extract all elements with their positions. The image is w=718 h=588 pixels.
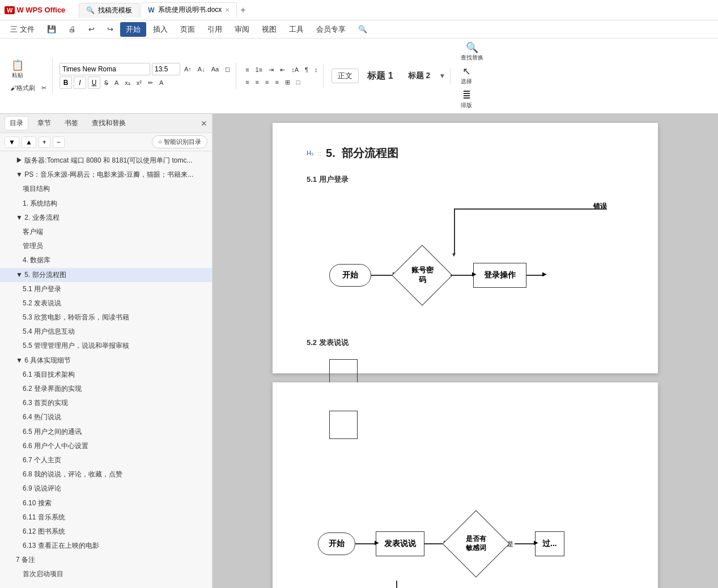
toc-item-11[interactable]: 5.3 欣赏电影，聆听音乐，阅读书籍 (0, 310, 212, 325)
font-size-increase-btn[interactable]: A↑ (182, 63, 194, 75)
toc-item-17[interactable]: 6.3 首页的实现 (0, 396, 212, 410)
toc-item-10[interactable]: 5.2 发表说说 (0, 296, 212, 310)
font-size-decrease-btn[interactable]: A↓ (196, 63, 207, 75)
toc-item-21[interactable]: 6.7 个人主页 (0, 453, 212, 467)
menu-file[interactable]: 三 文件 (5, 22, 40, 37)
underline-btn[interactable]: U (88, 76, 100, 89)
toc-item-15[interactable]: 6.1 项目技术架构 (0, 368, 212, 382)
menu-page[interactable]: 页面 (175, 22, 201, 37)
sort-btn[interactable]: ↕A (289, 64, 301, 75)
style-h1-btn[interactable]: 标题 1 (361, 68, 399, 84)
menu-bar: 三 文件 💾 🖨 ↩ ↪ 开始 插入 页面 引用 审阅 视图 工具 会员专享 🔍 (0, 20, 718, 39)
clear-format-btn[interactable]: Aa (209, 63, 221, 75)
highlight-btn[interactable]: ✏ (146, 77, 155, 88)
toc-item-25[interactable]: 6.11 音乐系统 (0, 510, 212, 525)
indent-decrease-btn[interactable]: ⇤ (278, 64, 287, 75)
tab-find-template[interactable]: 🔍 找稿壳模板 (79, 3, 139, 18)
toc-item-2[interactable]: 项目结构 (0, 182, 212, 196)
layout-btn[interactable]: ≣ 排版 (457, 88, 475, 111)
toc-item-13[interactable]: 5.5 管理管理用户，说说和举报审核 (0, 339, 212, 353)
format-brush-btn[interactable]: 🖌 格式刷 (8, 82, 37, 93)
menu-print-icon[interactable]: 🖨 (63, 23, 82, 36)
char-shading-btn[interactable]: A (157, 77, 165, 88)
find-replace-btn[interactable]: 🔍 查找替换 (457, 41, 487, 63)
menu-start[interactable]: 开始 (120, 22, 146, 37)
menu-vip[interactable]: 会员专享 (311, 22, 351, 37)
toc-item-23[interactable]: 6.9 说说评论 (0, 482, 212, 496)
toc-item-7[interactable]: 4. 数据库 (0, 253, 212, 267)
select-label: 选择 (461, 78, 472, 86)
sidebar-tab-chapter[interactable]: 章节 (33, 117, 56, 130)
toc-item-26[interactable]: 6.12 图书系统 (0, 525, 212, 539)
toc-item-8[interactable]: ▼ 5. 部分流程图 (0, 268, 212, 282)
toc-collapse-btn[interactable]: ▼ (5, 137, 19, 148)
border-btn[interactable]: □ (294, 76, 303, 88)
bold-btn[interactable]: B (60, 76, 72, 89)
strikethrough-btn[interactable]: S̶ (102, 77, 111, 88)
font-color-btn[interactable]: A (112, 77, 121, 88)
toc-item-19[interactable]: 6.5 用户之间的通讯 (0, 425, 212, 439)
line-spacing-btn[interactable]: ↕ (312, 64, 320, 75)
toc-item-29[interactable]: 首次启动项目 (0, 567, 212, 581)
justify-btn[interactable]: ≡ (273, 76, 281, 88)
toc-item-4[interactable]: ▼ 2. 业务流程 (0, 211, 212, 225)
toc-item-28[interactable]: 7 备注 (0, 553, 212, 567)
toc-item-16[interactable]: 6.2 登录界面的实现 (0, 382, 212, 396)
menu-review[interactable]: 审阅 (229, 22, 255, 37)
toc-item-0[interactable]: ▶ 版务器:Tomcat 端口 8080 和 8181(可以使用单门 tomc.… (0, 154, 212, 168)
style-h2-btn[interactable]: 标题 2 (402, 69, 437, 83)
toc-item-24[interactable]: 6.10 搜索 (0, 496, 212, 510)
menu-reference[interactable]: 引用 (202, 22, 228, 37)
toc-item-1[interactable]: ▼ PS：音乐来源-网易云；电影来源-豆瓣，猫眼；书籍来... (0, 168, 212, 182)
select-btn[interactable]: ↖ 选择 (457, 65, 475, 87)
toc-item-12[interactable]: 5.4 用户信息互动 (0, 325, 212, 339)
menu-redo-icon[interactable]: ↪ (101, 23, 119, 36)
font-size-input[interactable] (152, 63, 180, 75)
toc-remove-btn[interactable]: − (53, 137, 65, 148)
toc-item-27[interactable]: 6.13 查看正在上映的电影 (0, 539, 212, 553)
toc-item-20[interactable]: 6.6 用户个人中心设置 (0, 439, 212, 453)
toc-item-22[interactable]: 6.8 我的说说，评论，收藏，点赞 (0, 467, 212, 482)
style-dropdown-btn[interactable]: ▼ (439, 72, 445, 80)
toc-expand-btn[interactable]: ▲ (22, 137, 36, 148)
toc-text-20: 6.6 用户个人中心设置 (23, 442, 88, 450)
style-panel: 正文 标题 1 标题 2 ▼ (327, 68, 451, 84)
ordered-list-btn[interactable]: 1≡ (253, 64, 265, 75)
erase-btn[interactable]: ◻ (223, 63, 232, 75)
align-center-btn[interactable]: ≡ (253, 76, 261, 88)
show-hide-btn[interactable]: ¶ (303, 64, 311, 75)
sidebar-tab-bookmark[interactable]: 书签 (60, 117, 83, 130)
menu-insert[interactable]: 插入 (147, 22, 173, 37)
menu-undo-icon[interactable]: ↩ (83, 23, 100, 36)
style-normal-btn[interactable]: 正文 (332, 69, 359, 83)
toc-item-6[interactable]: 管理员 (0, 239, 212, 253)
subscript-btn[interactable]: x₂ (122, 77, 133, 88)
toc-item-9[interactable]: 5.1 用户登录 (0, 282, 212, 296)
sidebar-tab-toc[interactable]: 目录 (5, 116, 28, 130)
toc-item-18[interactable]: 6.4 热门说说 (0, 410, 212, 424)
smart-toc-btn[interactable]: ○ 智能识别目录 (152, 135, 207, 148)
indent-increase-btn[interactable]: ⇥ (266, 64, 276, 75)
menu-save-icon[interactable]: 💾 (41, 23, 62, 36)
superscript-btn[interactable]: x² (134, 77, 144, 88)
italic-btn[interactable]: I (74, 76, 86, 89)
cut-btn[interactable]: ✂ (39, 82, 49, 93)
font-name-input[interactable] (60, 63, 150, 75)
toc-add-btn[interactable]: + (39, 137, 50, 148)
unordered-list-btn[interactable]: ≡ (243, 64, 251, 75)
align-right-btn[interactable]: ≡ (263, 76, 271, 88)
toc-item-14[interactable]: ▼ 6 具体实现细节 (0, 353, 212, 368)
menu-search[interactable]: 🔍 (352, 23, 373, 36)
menu-tools[interactable]: 工具 (283, 22, 309, 37)
sidebar-tab-findreplace[interactable]: 查找和替换 (87, 117, 130, 130)
tab-close-btn[interactable]: ✕ (225, 7, 230, 13)
align-left-btn[interactable]: ≡ (243, 76, 251, 88)
paste-btn[interactable]: 📋 粘贴 (8, 58, 27, 81)
distribute-btn[interactable]: ⊞ (283, 76, 292, 88)
menu-view[interactable]: 视图 (256, 22, 282, 37)
toc-item-3[interactable]: 1. 系统结构 (0, 197, 212, 211)
new-tab-btn[interactable]: + (240, 5, 245, 15)
sidebar-close-btn[interactable]: ✕ (201, 119, 207, 128)
toc-item-5[interactable]: 客户端 (0, 225, 212, 239)
tab-document[interactable]: W 系统使用说明书.docx ✕ (141, 2, 237, 18)
